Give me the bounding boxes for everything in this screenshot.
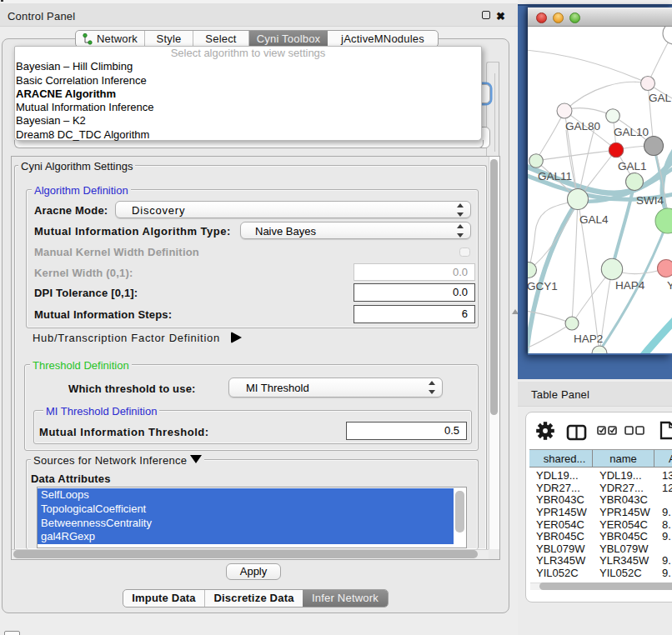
svg-text:GAL4: GAL4 — [579, 213, 609, 226]
svg-text:GAL80: GAL80 — [565, 120, 600, 132]
svg-text:HAP2: HAP2 — [574, 332, 603, 345]
svg-text:GCY1: GCY1 — [528, 280, 558, 292]
svg-text:SWI4: SWI4 — [636, 194, 664, 207]
svg-text:GAL11: GAL11 — [538, 170, 572, 182]
svg-text:GAL1: GAL1 — [618, 160, 647, 172]
svg-text:GAL10: GAL10 — [614, 126, 649, 138]
svg-text:GAL: GAL — [649, 92, 672, 104]
svg-text:Y: Y — [667, 279, 672, 292]
svg-text:HAP4: HAP4 — [615, 279, 645, 292]
